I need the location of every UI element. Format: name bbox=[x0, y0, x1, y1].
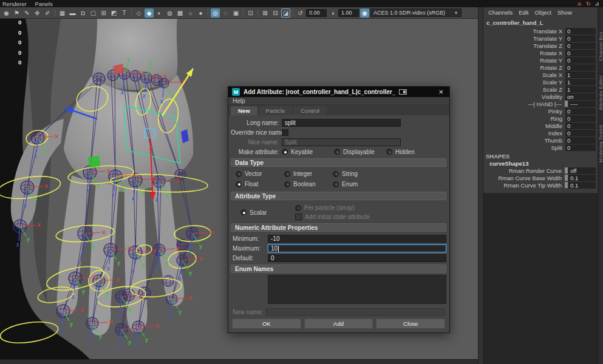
channel-row[interactable]: Index 0 bbox=[483, 129, 598, 136]
safe-title-icon[interactable]: T bbox=[120, 8, 129, 18]
make-attribute-radio[interactable]: Hidden bbox=[386, 149, 438, 155]
panel-divider[interactable] bbox=[478, 7, 483, 364]
attribute-type-header[interactable]: Attribute Type bbox=[231, 192, 446, 200]
channel-label[interactable]: Scale Y bbox=[483, 79, 565, 86]
channel-value-field[interactable]: 0 bbox=[565, 123, 596, 129]
channel-row[interactable]: Rman Curve Tip Width 0.1 bbox=[483, 181, 598, 189]
slider-nub-icon[interactable] bbox=[565, 182, 568, 188]
menu-item[interactable]: Channels bbox=[488, 9, 513, 16]
help-menu[interactable]: Help bbox=[233, 98, 245, 104]
dialog-tab[interactable]: Control bbox=[293, 106, 327, 115]
film-gate-icon[interactable]: ▬ bbox=[68, 8, 77, 18]
channel-label[interactable]: Scale Z bbox=[483, 86, 565, 93]
channel-row[interactable]: ---| HAND |--- ---- bbox=[483, 100, 598, 107]
anti-aliasing-icon[interactable]: ▣ bbox=[231, 8, 240, 18]
menu-item[interactable]: Renderer bbox=[2, 1, 27, 7]
scalar-radio[interactable]: Scalar bbox=[240, 204, 283, 220]
separator[interactable] bbox=[208, 9, 208, 17]
color-management-icon[interactable]: ◉ bbox=[360, 8, 369, 18]
channel-row[interactable]: Scale X 1 bbox=[483, 71, 598, 78]
textured-icon[interactable]: ◐ bbox=[155, 8, 164, 18]
channel-value-field[interactable]: off bbox=[568, 167, 596, 174]
shadows-icon[interactable]: ● bbox=[196, 8, 205, 18]
field-chart-icon[interactable]: ⊞ bbox=[99, 8, 108, 18]
channel-label[interactable]: Index bbox=[483, 130, 565, 136]
grease-pencil-icon[interactable]: ✐ bbox=[43, 8, 52, 18]
override-nice-name-checkbox[interactable] bbox=[282, 129, 288, 136]
refresh-icon[interactable]: ↻ bbox=[586, 1, 591, 7]
selected-node-name[interactable]: c_controller_hand_L bbox=[483, 18, 598, 27]
channel-row[interactable]: Middle 0 bbox=[483, 122, 598, 129]
channel-label[interactable]: Translate Z bbox=[483, 42, 565, 49]
data-type-radio[interactable]: Enum bbox=[333, 181, 446, 187]
ambient-occlusion-icon[interactable]: ◎ bbox=[211, 8, 220, 18]
bookmark-icon[interactable]: ⚑ bbox=[12, 8, 21, 18]
channel-row[interactable]: Rotate X 0 bbox=[483, 49, 598, 56]
channel-value-field[interactable]: 0.1 bbox=[568, 182, 596, 189]
channel-row[interactable]: Split 0 bbox=[483, 144, 598, 151]
channel-label[interactable]: Rotate Z bbox=[483, 64, 565, 71]
channel-row[interactable]: curveShape13 bbox=[483, 160, 598, 167]
channel-value-field[interactable]: 1 bbox=[565, 86, 596, 93]
xray-joints-icon[interactable]: ⊟ bbox=[271, 8, 280, 18]
make-attribute-radio[interactable]: Displayable bbox=[334, 149, 386, 155]
enum-names-header[interactable]: Enum Names bbox=[231, 265, 446, 273]
channel-row[interactable]: Scale Y 1 bbox=[483, 78, 598, 86]
channel-row[interactable]: Translate X 0 bbox=[483, 27, 598, 35]
channel-label[interactable]: Rotate X bbox=[483, 50, 565, 56]
channel-value-field[interactable]: 1 bbox=[565, 79, 596, 86]
image-plane-icon[interactable]: ✎ bbox=[22, 8, 32, 18]
isolate-select-icon[interactable]: ⊡ bbox=[246, 8, 255, 18]
sidebar-tab[interactable]: Modeling Toolkit bbox=[598, 125, 603, 163]
channel-label[interactable]: Scale X bbox=[483, 72, 565, 78]
smooth-shade-icon[interactable]: ◆ bbox=[145, 8, 154, 18]
xyz-axis-icon[interactable]: ⟁ bbox=[577, 1, 582, 7]
gamma-field[interactable]: 1.00 bbox=[338, 9, 359, 17]
separator[interactable] bbox=[243, 9, 244, 17]
channel-label[interactable]: Thumb bbox=[483, 137, 565, 144]
new-name-input[interactable] bbox=[266, 308, 445, 316]
channel-row[interactable]: Rman Curve Base Width 0.1 bbox=[483, 174, 598, 181]
channel-label[interactable]: Rman Render Curve bbox=[483, 167, 565, 174]
channel-label[interactable]: SHAPES bbox=[483, 153, 565, 160]
layer-editor-area[interactable] bbox=[483, 190, 598, 364]
textures-icon[interactable]: ▩ bbox=[175, 8, 185, 18]
long-name-input[interactable]: split bbox=[282, 119, 401, 127]
channel-label[interactable]: Rman Curve Base Width bbox=[483, 175, 565, 181]
channel-label[interactable]: Middle bbox=[483, 123, 565, 129]
channel-value-field[interactable]: 0 bbox=[565, 64, 596, 71]
channel-label[interactable]: Pinky bbox=[483, 108, 565, 115]
channel-value-field[interactable]: 0 bbox=[565, 42, 596, 49]
separator[interactable] bbox=[293, 9, 293, 17]
use-default-material-icon[interactable]: ◍ bbox=[165, 8, 174, 18]
channel-row[interactable]: Ring 0 bbox=[483, 115, 598, 122]
channel-value-field[interactable]: ---- bbox=[568, 101, 596, 107]
channel-label[interactable]: Ring bbox=[483, 115, 565, 122]
menu-item[interactable]: Panels bbox=[35, 1, 53, 7]
data-type-radio[interactable]: Integer bbox=[284, 170, 333, 177]
numeric-properties-header[interactable]: Numeric Attribute Properties bbox=[231, 223, 446, 232]
add-initial-state-checkbox[interactable] bbox=[295, 214, 302, 220]
channel-value-field[interactable]: 0 bbox=[565, 144, 596, 151]
channel-label[interactable]: Translate Y bbox=[483, 35, 565, 42]
dialog-tab[interactable]: New bbox=[231, 106, 257, 115]
data-type-radio[interactable]: String bbox=[333, 170, 446, 177]
channel-value-field[interactable]: 0 bbox=[565, 115, 596, 122]
channel-value-field[interactable]: 0 bbox=[565, 28, 596, 35]
pan-zoom-icon[interactable]: ✜ bbox=[33, 8, 42, 18]
exposure-field[interactable]: 0.00 bbox=[306, 9, 327, 17]
dialog-button[interactable]: Add bbox=[304, 318, 373, 329]
resolution-gate-icon[interactable]: ◘ bbox=[78, 8, 87, 18]
channel-row[interactable]: Pinky 0 bbox=[483, 107, 598, 115]
channel-label[interactable]: Rman Curve Tip Width bbox=[483, 182, 565, 189]
make-attribute-radio[interactable]: Keyable bbox=[282, 149, 334, 155]
channel-value-field[interactable]: on bbox=[565, 93, 596, 100]
channel-row[interactable]: Thumb 0 bbox=[483, 136, 598, 144]
channel-value-field[interactable]: 0 bbox=[565, 137, 596, 144]
nice-name-input[interactable]: Split bbox=[282, 138, 401, 146]
close-icon[interactable]: × bbox=[436, 88, 446, 96]
per-particle-radio[interactable]: Per particle (array) bbox=[295, 204, 370, 211]
menu-item[interactable]: Object bbox=[535, 9, 551, 16]
numeric-input[interactable]: -10 bbox=[268, 235, 446, 243]
gate-mask-icon[interactable]: ▢ bbox=[89, 8, 98, 18]
